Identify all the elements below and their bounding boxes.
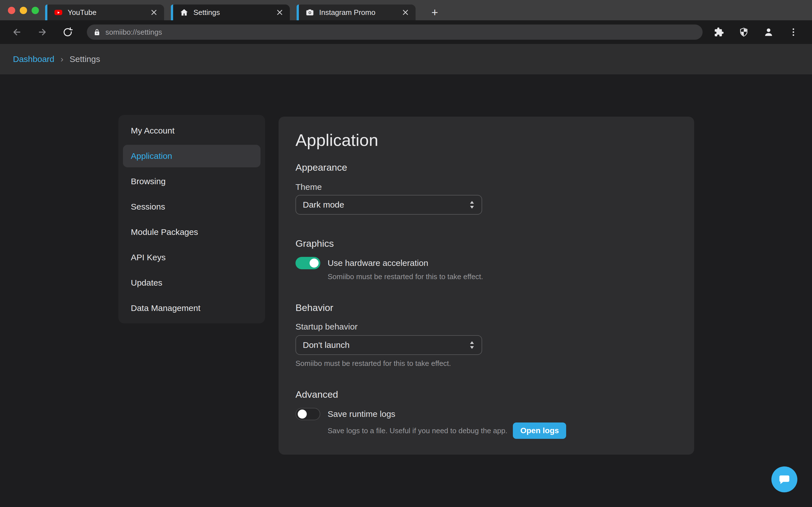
window-chrome: YouTube Settings Ins — [0, 0, 812, 20]
sidebar-item-data-management[interactable]: Data Management — [123, 297, 260, 320]
tab-youtube[interactable]: YouTube — [45, 4, 164, 20]
section-heading-advanced: Advanced — [296, 388, 677, 400]
settings-sidebar: My Account Application Browsing Sessions… — [118, 115, 265, 323]
save-runtime-logs-label: Save runtime logs — [327, 409, 395, 419]
toolbar-action-icons — [714, 27, 799, 37]
close-tab-icon[interactable] — [150, 8, 158, 16]
section-heading-appearance: Appearance — [296, 161, 677, 173]
breadcrumb-link-dashboard[interactable]: Dashboard — [13, 54, 54, 64]
startup-behavior-label: Startup behavior — [296, 321, 677, 332]
shield-icon[interactable] — [739, 27, 749, 37]
section-heading-behavior: Behavior — [296, 301, 677, 314]
breadcrumb-current: Settings — [70, 54, 100, 64]
theme-label: Theme — [296, 181, 677, 193]
tab-label: YouTube — [68, 8, 150, 17]
minimize-window-button[interactable] — [20, 7, 27, 14]
theme-select[interactable]: Dark mode — [296, 195, 482, 215]
close-tab-icon[interactable] — [402, 8, 409, 16]
startup-behavior-select-value: Don't launch — [303, 340, 469, 350]
sidebar-item-module-packages[interactable]: Module Packages — [123, 221, 260, 243]
hardware-acceleration-row: Use hardware acceleration — [296, 257, 677, 269]
traffic-lights — [8, 7, 39, 14]
browser-toolbar: somiibo://settings — [0, 20, 812, 44]
chat-fab-button[interactable] — [771, 466, 797, 492]
tab-label: Settings — [193, 8, 276, 17]
app-window: YouTube Settings Ins — [0, 0, 812, 507]
save-logs-caption: Save logs to a file. Useful if you need … — [327, 426, 507, 436]
zoom-window-button[interactable] — [32, 7, 39, 14]
page-title: Application — [296, 130, 677, 151]
sidebar-item-sessions[interactable]: Sessions — [123, 195, 260, 218]
url-text: somiibo://settings — [105, 28, 162, 37]
sidebar-item-application[interactable]: Application — [123, 145, 260, 167]
hardware-acceleration-toggle[interactable] — [296, 257, 320, 269]
menu-kebab-icon[interactable] — [788, 27, 799, 37]
breadcrumb-separator: › — [61, 54, 63, 64]
application-settings-panel: Application Appearance Theme Dark mode G… — [278, 117, 694, 455]
new-tab-button[interactable]: + — [427, 4, 443, 20]
home-icon — [180, 8, 188, 17]
tab-settings[interactable]: Settings — [171, 4, 290, 20]
toggle-knob — [298, 409, 307, 418]
close-window-button[interactable] — [8, 7, 15, 14]
open-logs-button[interactable]: Open logs — [513, 422, 566, 439]
tab-accent-bar — [171, 4, 173, 20]
profile-icon[interactable] — [763, 27, 774, 37]
settings-page: My Account Application Browsing Sessions… — [0, 74, 812, 507]
tab-accent-bar — [45, 4, 47, 20]
back-button[interactable] — [12, 27, 22, 37]
reload-button[interactable] — [63, 27, 73, 37]
theme-select-value: Dark mode — [303, 200, 469, 210]
camera-icon — [306, 8, 314, 17]
breadcrumb: Dashboard › Settings — [0, 44, 812, 74]
save-runtime-logs-row: Save runtime logs — [296, 408, 677, 420]
hardware-acceleration-caption: Somiibo must be restarted for this to ta… — [327, 272, 677, 282]
extensions-icon[interactable] — [714, 27, 724, 37]
startup-behavior-select[interactable]: Don't launch — [296, 335, 482, 355]
tab-label: Instagram Promo — [319, 8, 402, 17]
chat-bubble-icon — [778, 473, 790, 485]
sidebar-item-browsing[interactable]: Browsing — [123, 170, 260, 193]
save-runtime-logs-toggle[interactable] — [296, 408, 320, 420]
forward-button[interactable] — [37, 27, 47, 37]
select-arrows-icon — [469, 200, 475, 209]
tab-instagram-promo[interactable]: Instagram Promo — [297, 4, 416, 20]
youtube-icon — [54, 8, 63, 17]
hardware-acceleration-label: Use hardware acceleration — [327, 258, 428, 268]
tab-strip: YouTube Settings Ins — [45, 4, 443, 20]
lock-icon — [94, 29, 100, 36]
close-tab-icon[interactable] — [276, 8, 284, 16]
sidebar-item-my-account[interactable]: My Account — [123, 119, 260, 142]
logs-caption-row: Save logs to a file. Useful if you need … — [327, 422, 677, 439]
url-bar[interactable]: somiibo://settings — [87, 24, 703, 40]
startup-behavior-caption: Somiibo must be restarted for this to ta… — [296, 358, 677, 369]
tab-accent-bar — [297, 4, 299, 20]
sidebar-item-updates[interactable]: Updates — [123, 272, 260, 294]
section-heading-graphics: Graphics — [296, 237, 677, 249]
toggle-knob — [310, 259, 319, 268]
select-arrows-icon — [469, 341, 475, 349]
sidebar-item-api-keys[interactable]: API Keys — [123, 246, 260, 269]
